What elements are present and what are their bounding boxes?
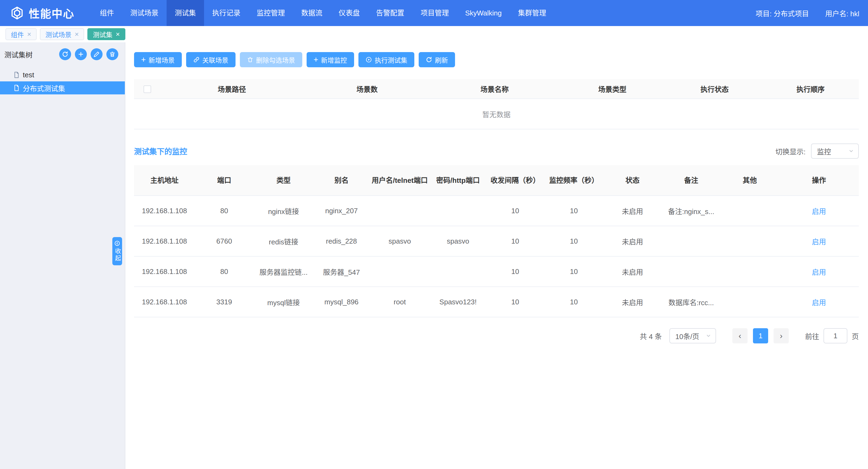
cell-host: 192.168.1.108	[134, 226, 195, 256]
nav-item-alert-config[interactable]: 告警配置	[368, 0, 412, 26]
tree-edit-button[interactable]	[91, 48, 102, 60]
document-icon	[13, 71, 20, 79]
execute-test-set-button[interactable]: 执行测试集	[359, 52, 414, 67]
delete-checked-scenarios-button[interactable]: 删除勾选场景	[240, 52, 302, 67]
close-icon[interactable]: ×	[27, 31, 31, 38]
cell-username	[369, 256, 430, 287]
plus-icon: +	[314, 56, 318, 64]
select-all-checkbox[interactable]	[144, 86, 151, 93]
nav-item-test-sets[interactable]: 测试集	[166, 0, 204, 26]
plus-icon	[78, 51, 84, 58]
nav-item-data-flow[interactable]: 数据流	[293, 0, 331, 26]
cell-host: 192.168.1.108	[134, 256, 195, 287]
page-1-button[interactable]: 1	[753, 328, 768, 343]
display-mode-select[interactable]: 监控	[811, 144, 859, 159]
play-circle-icon	[366, 56, 372, 63]
monitor-table: 主机地址 端口 类型 别名 用户名/telnet端口 密码/http端口 收发间…	[134, 165, 859, 317]
empty-row: 暂无数据	[134, 99, 859, 129]
monitor-row: 192.168.1.108 3319 mysql链接 mysql_896 roo…	[134, 287, 859, 317]
page-size-select[interactable]: 10条/页	[670, 328, 716, 343]
monitor-row: 192.168.1.108 80 nginx链接 nginx_207 10 10…	[134, 195, 859, 226]
brand[interactable]: 性能中心	[10, 5, 74, 21]
scenario-table: 场景路径 场景数 场景名称 场景类型 执行状态 执行顺序 暂无数据	[134, 79, 859, 129]
add-scenario-button[interactable]: + 新增场景	[134, 52, 182, 67]
project-label: 项目: 分布式项目	[756, 8, 809, 18]
cell-password: Spasvo123!	[430, 287, 486, 317]
close-icon[interactable]: ×	[74, 31, 79, 38]
cell-port: 6760	[195, 226, 253, 256]
tab-components[interactable]: 组件 ×	[5, 28, 37, 40]
tree-delete-button[interactable]	[106, 48, 118, 60]
cell-remark: 备注:nginx_s...	[662, 195, 720, 226]
page-suffix: 页	[852, 331, 859, 341]
cell-password	[430, 256, 486, 287]
link-scenario-button[interactable]: 关联场景	[186, 52, 236, 67]
nav-item-monitor-management[interactable]: 监控管理	[249, 0, 293, 26]
cell-frequency: 10	[545, 287, 603, 317]
cell-remark	[662, 256, 720, 287]
cell-username: root	[369, 287, 430, 317]
nav-item-skywalking[interactable]: SkyWalking	[457, 0, 510, 26]
switch-label: 切换显示:	[775, 146, 806, 156]
nav-item-project-management[interactable]: 项目管理	[412, 0, 457, 26]
sidebar: 测试集树	[0, 42, 125, 469]
cell-frequency: 10	[545, 226, 603, 256]
cell-alias: nginx_207	[314, 195, 369, 226]
enable-link[interactable]: 启用	[812, 208, 826, 216]
nav-item-cluster-management[interactable]: 集群管理	[510, 0, 554, 26]
cell-password: spasvo	[430, 226, 486, 256]
empty-text: 暂无数据	[134, 99, 859, 129]
tree-item-label: test	[23, 71, 34, 79]
col-header-username: 用户名/telnet端口	[369, 165, 430, 195]
col-header-execution-status: 执行状态	[667, 79, 763, 99]
enable-link[interactable]: 启用	[812, 268, 826, 276]
link-icon	[193, 56, 200, 63]
cell-interval: 10	[486, 226, 545, 256]
cell-other	[720, 195, 779, 226]
cell-alias: redis_228	[314, 226, 369, 256]
cell-interval: 10	[486, 256, 545, 287]
col-header-execution-order: 执行顺序	[763, 79, 859, 99]
cell-port: 3319	[195, 287, 253, 317]
tree-item-test[interactable]: test	[0, 68, 125, 82]
prev-page-button[interactable]: ‹	[732, 328, 747, 343]
nav-item-test-scenarios[interactable]: 测试场景	[122, 0, 166, 26]
col-header-frequency: 监控频率（秒）	[545, 165, 603, 195]
enable-link[interactable]: 启用	[812, 299, 826, 307]
nav-item-dashboard[interactable]: 仪表盘	[331, 0, 368, 26]
col-header-operation: 操作	[779, 165, 859, 195]
cell-port: 80	[195, 195, 253, 226]
chevron-down-icon	[848, 148, 854, 154]
cell-type: nginx链接	[253, 195, 313, 226]
cell-operation: 启用	[779, 226, 859, 256]
main-nav: 组件 测试场景 测试集 执行记录 监控管理 数据流 仪表盘 告警配置 项目管理 …	[92, 0, 554, 26]
collapse-label: 收起	[114, 248, 120, 262]
collapse-sidebar-button[interactable]: 收起	[112, 237, 122, 265]
tree-add-button[interactable]	[75, 48, 87, 60]
plus-icon: +	[141, 56, 146, 64]
col-header-interval: 收发间隔（秒）	[486, 165, 545, 195]
close-icon[interactable]: ×	[116, 31, 120, 38]
nav-item-execution-records[interactable]: 执行记录	[204, 0, 249, 26]
nav-item-components[interactable]: 组件	[92, 0, 122, 26]
col-header-scenario-path: 场景路径	[161, 79, 303, 99]
cell-type: redis链接	[253, 226, 313, 256]
tree-item-distributed-test-set[interactable]: 分布式测试集	[0, 82, 125, 94]
col-header-password: 密码/http端口	[430, 165, 486, 195]
refresh-button[interactable]: 刷新	[419, 52, 455, 67]
goto-page-input[interactable]	[824, 328, 847, 343]
next-page-button[interactable]: ›	[774, 328, 789, 343]
col-header-remark: 备注	[662, 165, 720, 195]
top-navbar: 性能中心 组件 测试场景 测试集 执行记录 监控管理 数据流 仪表盘 告警配置 …	[0, 0, 868, 26]
cell-host: 192.168.1.108	[134, 287, 195, 317]
add-monitor-button[interactable]: + 新增监控	[307, 52, 354, 67]
enable-link[interactable]: 启用	[812, 238, 826, 246]
chevron-down-icon	[706, 333, 711, 339]
cell-other	[720, 287, 779, 317]
tab-test-sets[interactable]: 测试集 ×	[87, 28, 125, 40]
tab-test-scenarios[interactable]: 测试场景 ×	[40, 28, 84, 40]
tree-refresh-button[interactable]	[59, 48, 71, 60]
body-row: 测试集树	[0, 42, 868, 469]
col-header-scenario-name: 场景名称	[431, 79, 558, 99]
monitor-section-title: 测试集下的监控	[134, 146, 187, 157]
